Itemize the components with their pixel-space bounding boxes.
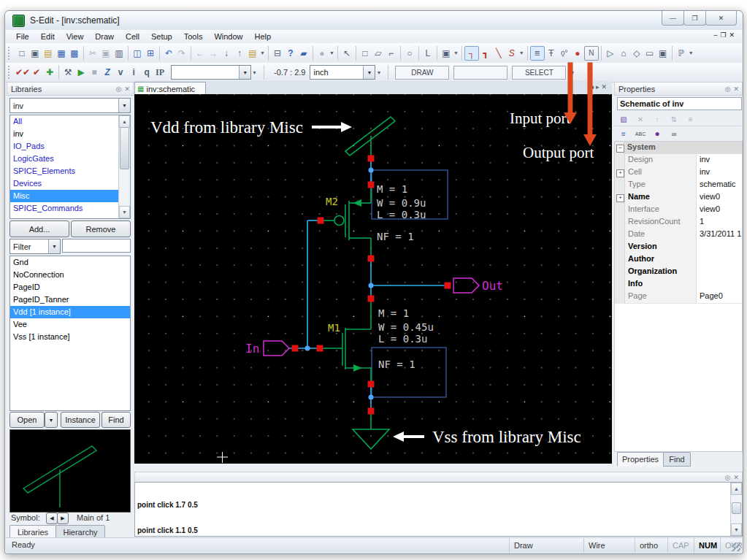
group-system[interactable]: System [624,142,742,154]
menu-view[interactable]: View [61,31,90,42]
tab-find[interactable]: Find [663,452,691,467]
libraries-close-icon[interactable]: ✕ [124,85,130,93]
mdi-window-controls[interactable]: –❐✕ [713,31,738,39]
library-item[interactable]: All [10,115,130,128]
instance-tool-icon[interactable]: ▣ [440,47,453,60]
prop-value[interactable]: inv [697,166,742,179]
cell-item-selected[interactable]: Vdd [1 instance] [10,306,130,318]
inout-port-shape-icon[interactable]: ◇ [630,47,643,60]
cell-item[interactable]: PageID [10,281,130,294]
frame-port-shape-icon[interactable]: ▣ [656,47,670,60]
expand-icon[interactable]: + [616,194,624,202]
library-list-scrollbar[interactable]: ▲ ▼ [118,115,130,218]
menu-edit[interactable]: Edit [35,31,61,42]
rectangle-tool-icon[interactable]: □ [359,47,372,60]
expand-icon[interactable]: + [616,169,624,177]
prop-value[interactable]: schematic [697,179,742,191]
properties-pin-icon[interactable]: ◎ [725,85,731,93]
checkpoint-dropdown-icon[interactable]: ▼ [239,66,250,79]
find-cell-button[interactable]: Find [101,412,131,428]
scroll-up-icon[interactable]: ▲ [119,115,130,128]
property-display-icon[interactable]: ℙ [675,47,688,60]
menu-window[interactable]: Window [208,31,248,42]
prop-value[interactable]: 1 [697,216,742,229]
abc-icon[interactable]: ABC [634,127,647,140]
m1-prop-w[interactable]: W = 0.45u [378,321,434,333]
charge-probe-icon[interactable]: q [140,66,153,79]
filter-dropdown-icon[interactable]: ▼ [48,239,60,253]
instance-dropdown-icon[interactable]: ▼ [453,50,459,55]
m1-name-label[interactable]: M1 [328,322,340,334]
m2-name-label[interactable]: M2 [326,196,338,207]
m2-prop-m[interactable]: M = 1 [377,183,407,195]
save-icon[interactable]: ▦ [55,47,68,60]
out-port-label[interactable]: Out [482,279,503,293]
symbol-next-icon[interactable]: ▶ [57,513,69,524]
curve-tool-icon[interactable]: S [505,47,518,60]
m2-prop-nf[interactable]: NF = 1 [377,231,414,242]
toolbar-grip2[interactable] [8,66,12,79]
export-dropdown-icon[interactable]: ▼ [260,50,265,55]
cut-icon[interactable]: ✂ [86,47,99,60]
mode-draw-button[interactable]: DRAW [395,66,449,80]
out-port-shape-icon[interactable]: ⌂ [617,47,630,60]
print-icon[interactable]: ⊟ [271,47,284,60]
solder-dot-tool-icon[interactable]: ● [571,47,584,60]
prop-value[interactable]: Page0 [697,291,742,303]
pop-out-icon[interactable]: ↑ [233,47,246,60]
menu-help[interactable]: Help [249,31,277,42]
label-tool-icon[interactable]: L [421,47,434,60]
schematic-canvas[interactable]: M2 M = 1 W = 0.9u L = 0.3u NF = 1 M1 M =… [134,94,612,464]
add-library-button[interactable]: Add... [9,220,69,237]
prop-value[interactable] [697,278,742,291]
new-document-icon[interactable]: □ [15,47,28,60]
minimize-button[interactable]: — [662,11,684,26]
log-scroll-up-icon[interactable]: ▲ [731,483,742,495]
symbol-port-tool-icon[interactable]: Ŧ [545,47,558,60]
close-button[interactable]: ✕ [705,11,737,26]
library-item[interactable]: SPICE_Commands [10,202,130,215]
run-simulation-icon[interactable]: ▶ [74,66,88,79]
property-dropdown-icon[interactable]: ▼ [689,50,694,55]
cell-item[interactable]: Gnd [10,256,130,269]
filter-input[interactable] [62,239,131,253]
tab-inv-schematic[interactable]: ▦ inv:schematic [134,82,206,95]
push-into-icon[interactable]: ↓ [220,47,233,60]
stop-simulation-icon[interactable]: ■ [88,66,101,79]
back-icon[interactable]: ← [194,47,207,60]
unit-combobox[interactable]: inch ▼ [310,65,375,80]
book-icon[interactable]: ▰ [297,47,310,60]
unit-overflow-icon[interactable]: ▼ [376,70,381,75]
m2-prop-l[interactable]: L = 0.3u [377,209,426,220]
scroll-down-icon[interactable]: ▼ [119,206,130,218]
tab-properties[interactable]: Properties [617,452,664,467]
ip-tool-icon[interactable]: IP [153,66,166,79]
menu-file[interactable]: File [10,31,35,42]
library-combobox[interactable]: inv ▼ [9,98,131,113]
view-fit-icon[interactable]: ⊞ [144,47,157,60]
wire-dropdown-icon[interactable]: ▼ [519,50,524,55]
device-graphics[interactable] [320,117,395,449]
menu-cell[interactable]: Cell [120,31,145,42]
text-box-tool-icon[interactable]: ≣ [530,46,545,61]
circle-tool-icon[interactable]: ○ [403,47,416,60]
new-property-icon[interactable]: ▧ [617,112,630,126]
open-dropdown-icon[interactable]: ▼ [45,412,58,428]
library-item-selected[interactable]: Misc [10,190,130,202]
combo-overflow-icon[interactable]: ▼ [252,70,257,75]
categorize-icon[interactable]: ≡ [617,127,630,140]
m1-prop-nf[interactable]: NF = 1 [378,358,415,370]
prop-value[interactable]: inv [697,154,742,166]
paste-icon[interactable]: ▥ [112,47,126,60]
verify-all-icon[interactable]: ✔✔ [15,66,30,79]
mode-select-button[interactable]: SELECT [512,66,566,80]
open-icon[interactable]: ▤ [42,47,55,60]
reorder-properties-icon[interactable]: ≡ [684,112,697,126]
purple-circle-icon[interactable]: ● [651,127,664,140]
library-item[interactable]: Devices [10,177,130,190]
record-dot-icon[interactable]: ● [315,47,329,60]
remove-library-button[interactable]: Remove [71,220,131,237]
prop-value[interactable] [697,253,742,266]
help-icon[interactable]: ? [284,47,297,60]
log-close-icon[interactable]: ✕ [733,474,739,481]
